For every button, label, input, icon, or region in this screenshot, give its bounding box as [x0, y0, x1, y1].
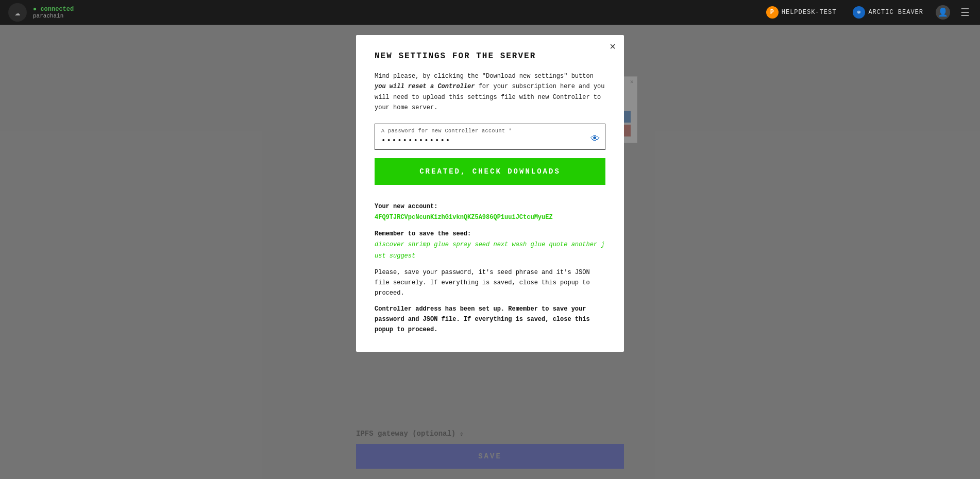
seed-row: Remember to save the seed: discover shri…: [375, 229, 605, 262]
navbar: ☁ ● connected parachain P HELPDESK-TEST …: [0, 0, 980, 25]
controller-note: Controller address has been set up. Reme…: [375, 304, 605, 335]
seed-label: Remember to save the seed:: [375, 230, 471, 237]
password-toggle-icon[interactable]: 👁: [590, 133, 600, 144]
modal-title: NEW SETTINGS FOR THE SERVER: [375, 52, 605, 61]
modal-close-button[interactable]: ×: [610, 41, 616, 52]
app-logo[interactable]: ☁: [8, 3, 27, 22]
navbar-right: P HELPDESK-TEST ❄ ARCTIC BEAVER 👤 ☰: [762, 4, 972, 21]
account-label: Your new account:: [375, 203, 437, 210]
account-address: 4FQ9TJRCVpcNcunKizhGivknQKZ5A986QP1uuiJC…: [375, 214, 553, 221]
network-label: parachain: [33, 13, 74, 19]
connected-label: ● connected: [33, 6, 74, 13]
settings-modal: × NEW SETTINGS FOR THE SERVER Mind pleas…: [356, 35, 624, 352]
helpdesk-label: HELPDESK-TEST: [782, 9, 837, 16]
seed-phrase: discover shrimp glue spray seed next was…: [375, 241, 604, 260]
modal-intro: Mind please, by clicking the "Download n…: [375, 71, 605, 113]
modal-backdrop: × NEW SETTINGS FOR THE SERVER Mind pleas…: [0, 25, 980, 479]
password-field-label: A password for new Controller account *: [381, 128, 599, 134]
logo-icon: ☁: [15, 7, 21, 18]
arctic-button[interactable]: ❄ ARCTIC BEAVER: [849, 4, 927, 21]
your-new-account-row: Your new account: 4FQ9TJRCVpcNcunKizhGiv…: [375, 201, 605, 224]
arctic-icon: ❄: [853, 6, 865, 19]
connection-status: ● connected parachain: [33, 6, 74, 19]
helpdesk-button[interactable]: P HELPDESK-TEST: [762, 4, 841, 21]
user-avatar[interactable]: 👤: [936, 5, 950, 20]
save-note: Please, save your password, it's seed ph…: [375, 267, 605, 299]
helpdesk-icon: P: [766, 6, 779, 19]
hamburger-icon[interactable]: ☰: [958, 4, 972, 21]
intro-bold: you will reset a Controller: [375, 83, 475, 90]
arctic-label: ARCTIC BEAVER: [868, 9, 923, 16]
intro-text-1: Mind please, by clicking the "Download n…: [375, 73, 594, 80]
created-check-downloads-button[interactable]: CREATED, CHECK DOWNLOADS: [375, 158, 605, 185]
account-section: Your new account: 4FQ9TJRCVpcNcunKizhGiv…: [375, 201, 605, 335]
password-field-wrapper: A password for new Controller account * …: [375, 124, 605, 150]
navbar-left: ☁ ● connected parachain: [8, 3, 74, 22]
password-input[interactable]: [381, 136, 599, 145]
